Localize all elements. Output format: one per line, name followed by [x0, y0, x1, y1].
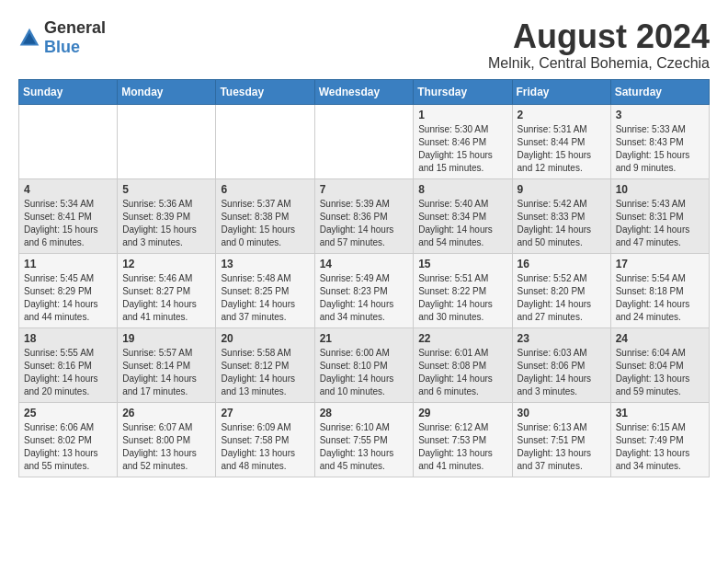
day-info: Sunrise: 6:01 AM Sunset: 8:08 PM Dayligh… [418, 347, 506, 398]
header-wednesday: Wednesday [314, 79, 414, 104]
day-number: 25 [24, 407, 112, 419]
day-info: Sunrise: 5:52 AM Sunset: 8:20 PM Dayligh… [518, 272, 606, 324]
calendar-week-2: 4Sunrise: 5:34 AM Sunset: 8:41 PM Daylig… [19, 178, 710, 253]
calendar-cell [216, 104, 314, 178]
month-year: August 2024 [488, 18, 710, 55]
day-info: Sunrise: 5:36 AM Sunset: 8:39 PM Dayligh… [122, 198, 210, 249]
day-number: 19 [122, 332, 210, 345]
day-info: Sunrise: 5:45 AM Sunset: 8:29 PM Dayligh… [24, 272, 112, 324]
calendar-week-3: 11Sunrise: 5:45 AM Sunset: 8:29 PM Dayli… [19, 253, 710, 327]
header-thursday: Thursday [414, 79, 512, 104]
day-info: Sunrise: 5:37 AM Sunset: 8:38 PM Dayligh… [221, 198, 309, 249]
logo-general: General [44, 18, 106, 38]
calendar-week-4: 18Sunrise: 5:55 AM Sunset: 8:16 PM Dayli… [19, 327, 710, 402]
logo-blue: Blue [44, 38, 106, 57]
calendar-cell: 14Sunrise: 5:49 AM Sunset: 8:23 PM Dayli… [314, 253, 414, 327]
calendar-cell: 4Sunrise: 5:34 AM Sunset: 8:41 PM Daylig… [19, 178, 118, 253]
calendar-cell: 20Sunrise: 5:58 AM Sunset: 8:12 PM Dayli… [216, 327, 314, 402]
day-number: 29 [418, 407, 506, 419]
day-info: Sunrise: 5:40 AM Sunset: 8:34 PM Dayligh… [418, 198, 506, 249]
calendar-cell: 11Sunrise: 5:45 AM Sunset: 8:29 PM Dayli… [19, 253, 118, 327]
calendar-week-5: 25Sunrise: 6:06 AM Sunset: 8:02 PM Dayli… [19, 402, 710, 477]
day-info: Sunrise: 5:58 AM Sunset: 8:12 PM Dayligh… [221, 347, 309, 398]
calendar-cell: 30Sunrise: 6:13 AM Sunset: 7:51 PM Dayli… [512, 402, 610, 477]
calendar-week-1: 1Sunrise: 5:30 AM Sunset: 8:46 PM Daylig… [19, 104, 710, 178]
day-number: 31 [616, 407, 704, 419]
calendar-cell: 28Sunrise: 6:10 AM Sunset: 7:55 PM Dayli… [314, 402, 414, 477]
day-info: Sunrise: 5:43 AM Sunset: 8:31 PM Dayligh… [616, 198, 704, 249]
day-info: Sunrise: 5:30 AM Sunset: 8:46 PM Dayligh… [418, 123, 506, 175]
day-number: 12 [122, 258, 210, 270]
day-info: Sunrise: 5:49 AM Sunset: 8:23 PM Dayligh… [320, 272, 409, 324]
day-number: 22 [418, 332, 506, 345]
day-number: 23 [518, 332, 606, 345]
header-sunday: Sunday [19, 79, 118, 104]
day-number: 17 [616, 258, 704, 270]
calendar-cell: 25Sunrise: 6:06 AM Sunset: 8:02 PM Dayli… [19, 402, 118, 477]
title-area: August 2024 Melnik, Central Bohemia, Cze… [488, 18, 710, 72]
calendar-cell: 19Sunrise: 5:57 AM Sunset: 8:14 PM Dayli… [118, 327, 216, 402]
weekday-header-row: Sunday Monday Tuesday Wednesday Thursday… [19, 79, 710, 104]
header-friday: Friday [512, 79, 610, 104]
day-number: 11 [24, 258, 112, 270]
calendar-cell [118, 104, 216, 178]
calendar-cell: 21Sunrise: 6:00 AM Sunset: 8:10 PM Dayli… [314, 327, 414, 402]
calendar-cell: 2Sunrise: 5:31 AM Sunset: 8:44 PM Daylig… [512, 104, 610, 178]
day-info: Sunrise: 6:12 AM Sunset: 7:53 PM Dayligh… [418, 421, 506, 473]
calendar-cell: 6Sunrise: 5:37 AM Sunset: 8:38 PM Daylig… [216, 178, 314, 253]
calendar-cell: 22Sunrise: 6:01 AM Sunset: 8:08 PM Dayli… [414, 327, 512, 402]
calendar-cell: 23Sunrise: 6:03 AM Sunset: 8:06 PM Dayli… [512, 327, 610, 402]
calendar-cell: 16Sunrise: 5:52 AM Sunset: 8:20 PM Dayli… [512, 253, 610, 327]
header: General Blue August 2024 Melnik, Central… [18, 18, 710, 72]
calendar-cell: 9Sunrise: 5:42 AM Sunset: 8:33 PM Daylig… [512, 178, 610, 253]
day-info: Sunrise: 5:33 AM Sunset: 8:43 PM Dayligh… [616, 123, 704, 175]
day-number: 20 [221, 332, 309, 345]
day-info: Sunrise: 5:34 AM Sunset: 8:41 PM Dayligh… [24, 198, 112, 249]
day-info: Sunrise: 6:00 AM Sunset: 8:10 PM Dayligh… [320, 347, 409, 398]
day-number: 6 [221, 183, 309, 196]
header-tuesday: Tuesday [216, 79, 314, 104]
day-number: 4 [24, 183, 112, 196]
day-info: Sunrise: 5:31 AM Sunset: 8:44 PM Dayligh… [518, 123, 606, 175]
calendar: Sunday Monday Tuesday Wednesday Thursday… [18, 79, 710, 477]
day-info: Sunrise: 6:07 AM Sunset: 8:00 PM Dayligh… [122, 421, 210, 473]
day-number: 8 [418, 183, 506, 196]
day-info: Sunrise: 5:42 AM Sunset: 8:33 PM Dayligh… [518, 198, 606, 249]
calendar-cell: 13Sunrise: 5:48 AM Sunset: 8:25 PM Dayli… [216, 253, 314, 327]
day-info: Sunrise: 6:09 AM Sunset: 7:58 PM Dayligh… [221, 421, 309, 473]
day-info: Sunrise: 6:06 AM Sunset: 8:02 PM Dayligh… [24, 421, 112, 473]
day-number: 2 [518, 109, 606, 121]
calendar-cell: 8Sunrise: 5:40 AM Sunset: 8:34 PM Daylig… [414, 178, 512, 253]
calendar-cell [314, 104, 414, 178]
calendar-cell: 15Sunrise: 5:51 AM Sunset: 8:22 PM Dayli… [414, 253, 512, 327]
day-number: 1 [418, 109, 506, 121]
logo-icon [18, 27, 40, 49]
day-number: 5 [122, 183, 210, 196]
day-number: 28 [320, 407, 409, 419]
calendar-cell: 31Sunrise: 6:15 AM Sunset: 7:49 PM Dayli… [610, 402, 709, 477]
day-number: 15 [418, 258, 506, 270]
day-info: Sunrise: 6:13 AM Sunset: 7:51 PM Dayligh… [518, 421, 606, 473]
calendar-cell: 10Sunrise: 5:43 AM Sunset: 8:31 PM Dayli… [610, 178, 709, 253]
header-monday: Monday [118, 79, 216, 104]
day-number: 14 [320, 258, 409, 270]
day-number: 9 [518, 183, 606, 196]
day-number: 21 [320, 332, 409, 345]
calendar-cell: 5Sunrise: 5:36 AM Sunset: 8:39 PM Daylig… [118, 178, 216, 253]
day-info: Sunrise: 5:57 AM Sunset: 8:14 PM Dayligh… [122, 347, 210, 398]
day-info: Sunrise: 6:10 AM Sunset: 7:55 PM Dayligh… [320, 421, 409, 473]
day-number: 7 [320, 183, 409, 196]
day-number: 18 [24, 332, 112, 345]
day-info: Sunrise: 6:03 AM Sunset: 8:06 PM Dayligh… [518, 347, 606, 398]
calendar-cell: 3Sunrise: 5:33 AM Sunset: 8:43 PM Daylig… [610, 104, 709, 178]
day-number: 16 [518, 258, 606, 270]
location: Melnik, Central Bohemia, Czechia [488, 55, 710, 72]
calendar-cell [19, 104, 118, 178]
logo: General Blue [18, 18, 106, 57]
day-info: Sunrise: 5:46 AM Sunset: 8:27 PM Dayligh… [122, 272, 210, 324]
calendar-cell: 27Sunrise: 6:09 AM Sunset: 7:58 PM Dayli… [216, 402, 314, 477]
day-number: 24 [616, 332, 704, 345]
calendar-cell: 24Sunrise: 6:04 AM Sunset: 8:04 PM Dayli… [610, 327, 709, 402]
day-number: 3 [616, 109, 704, 121]
day-number: 26 [122, 407, 210, 419]
